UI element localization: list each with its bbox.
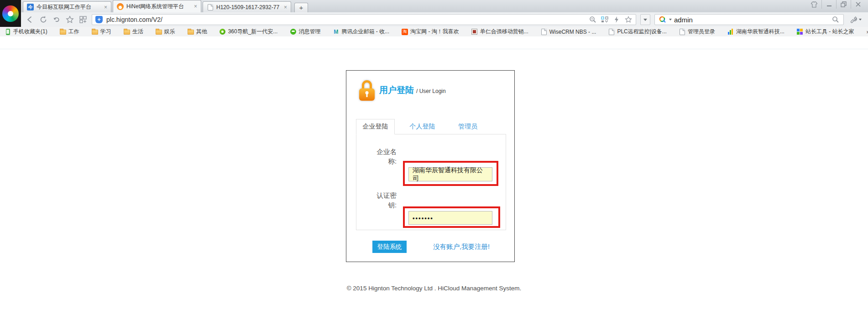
tab-strip: 今 今目标互联网工作平台 × HiNet网络系统管理平台 × H120-1509… <box>0 0 868 12</box>
collect-grid-icon[interactable] <box>78 15 88 24</box>
favorites-star-icon[interactable] <box>65 15 74 24</box>
photo-icon <box>471 29 478 35</box>
login-form: 企业名称: 湖南华辰智通科技有限公司 认证密钥: ••••••• <box>356 134 506 230</box>
auth-key-input[interactable]: ••••••• <box>408 211 492 225</box>
login-submit-button[interactable]: 登陆系统 <box>372 241 407 253</box>
bookmark-folder-fun[interactable]: 娱乐 <box>156 28 175 36</box>
browser-pinwheel-icon <box>2 5 19 22</box>
folder-icon <box>156 29 162 35</box>
bookmark-label: 单仁合强移动营销... <box>480 28 528 36</box>
web-page: 用户登陆 / User Login 企业登陆 个人登陆 管理员 企业名称: 湖南… <box>0 36 868 309</box>
zoom-out-icon[interactable] <box>589 15 597 24</box>
bookmark-label: 娱乐 <box>164 28 175 36</box>
bookmark-label: 站长工具 - 站长之家 <box>805 28 854 36</box>
taobao-icon: 淘 <box>402 29 408 35</box>
folder-icon <box>60 29 66 35</box>
blank-page-favicon <box>207 4 214 10</box>
bookmark-label: 管理员登录 <box>688 28 715 36</box>
login-tabs: 企业登陆 个人登陆 管理员 <box>356 119 484 134</box>
address-bar[interactable]: plc.hignton.com/V2/ <box>92 14 636 25</box>
login-title: 用户登陆 / User Login <box>379 84 446 96</box>
tab-jinmubiao[interactable]: 今 今目标互联网工作平台 × <box>23 1 111 12</box>
lock-icon <box>359 80 375 102</box>
bookmark-folder-other[interactable]: 其他 <box>188 28 207 36</box>
site-security-shield-icon[interactable] <box>95 16 103 23</box>
bookmark-message-mgmt[interactable]: 消息管理 <box>290 28 320 36</box>
bookmark-label: PLC远程监控|设备... <box>617 28 666 36</box>
search-engine-icon[interactable] <box>659 15 667 24</box>
minimize-icon[interactable] <box>821 0 836 9</box>
new-tab-button[interactable]: + <box>294 3 308 12</box>
bookmark-label: 学习 <box>100 28 111 36</box>
refresh-icon[interactable] <box>39 15 48 24</box>
bookmark-mobile-favorites[interactable]: 手机收藏夹(1) <box>5 28 47 36</box>
browser-window: 今 今目标互联网工作平台 × HiNet网络系统管理平台 × H120-1509… <box>0 0 868 309</box>
restore-icon[interactable] <box>836 0 851 9</box>
bookmark-folder-study[interactable]: 学习 <box>92 28 111 36</box>
bookmark-shanren-marketing[interactable]: 单仁合强移动营销... <box>471 28 528 36</box>
back-icon[interactable] <box>26 15 35 24</box>
tab-title: 今目标互联网工作平台 <box>37 3 100 11</box>
login-title-en: / User Login <box>416 88 446 94</box>
company-name-input[interactable]: 湖南华辰智通科技有限公司 <box>408 167 492 181</box>
address-dropdown-button[interactable] <box>640 14 650 25</box>
login-panel: 用户登陆 / User Login 企业登陆 个人登陆 管理员 企业名称: 湖南… <box>346 70 515 262</box>
bookmark-webmaster-tools[interactable]: 站长工具 - 站长之家 <box>797 28 854 36</box>
bookmark-label: 湖南华辰智通科技... <box>736 28 784 36</box>
search-box[interactable]: admin <box>654 14 844 25</box>
qr-code-icon[interactable] <box>601 15 609 24</box>
bookmark-tencent-exmail[interactable]: M 腾讯企业邮箱 - 收... <box>333 28 389 36</box>
search-go-icon[interactable] <box>831 15 840 24</box>
hinet-favicon <box>117 3 124 10</box>
bookmark-huachen-tech[interactable]: 湖南华辰智通科技... <box>727 28 784 36</box>
tab-title: HiNet网络系统管理平台 <box>126 3 190 10</box>
register-link[interactable]: 没有账户,我要注册! <box>433 242 490 251</box>
bookmark-label: 手机收藏夹(1) <box>13 28 47 36</box>
grid-icon <box>797 29 803 35</box>
tab-close-icon[interactable]: × <box>283 4 288 10</box>
page-icon <box>679 29 685 35</box>
bookmark-admin-login[interactable]: 管理员登录 <box>679 28 715 36</box>
page-icon <box>608 29 615 35</box>
tab-hinet-active[interactable]: HiNet网络系统管理平台 × <box>113 0 201 12</box>
tab-admin-login[interactable]: 管理员 <box>452 119 484 134</box>
close-window-icon[interactable] <box>851 0 865 9</box>
browser-chrome: 今 今目标互联网工作平台 × HiNet网络系统管理平台 × H120-1509… <box>0 0 868 36</box>
folder-icon <box>124 29 130 35</box>
bookmark-star-icon[interactable] <box>624 15 633 24</box>
window-controls <box>807 0 865 9</box>
auth-key-label: 认证密钥: <box>374 191 397 210</box>
bookmarks-bar: 手机收藏夹(1) 工作 学习 生活 娱乐 其他 <box>0 27 868 36</box>
tab-enterprise-login[interactable]: 企业登陆 <box>356 119 395 134</box>
company-name-label: 企业名称: <box>374 147 397 166</box>
undo-icon[interactable] <box>52 15 61 24</box>
exmail-icon: M <box>333 29 339 35</box>
page-top-divider <box>0 49 868 49</box>
tab-title: H120-1509-1617-2932-77 <box>216 4 280 10</box>
bookmarks-overflow-chevron[interactable]: » <box>867 28 868 35</box>
bookmark-label: 腾讯企业邮箱 - 收... <box>341 28 389 36</box>
bookmark-label: 生活 <box>132 28 143 36</box>
tab-close-icon[interactable]: × <box>103 4 108 10</box>
url-text[interactable]: plc.hignton.com/V2/ <box>106 16 585 23</box>
theme-skin-icon[interactable] <box>807 0 821 9</box>
tab-personal-login[interactable]: 个人登陆 <box>403 119 442 134</box>
browser-logo-button[interactable] <box>0 0 21 27</box>
wrench-dropdown-icon <box>859 19 862 21</box>
settings-wrench-button[interactable] <box>848 16 863 24</box>
bookmark-wisecrm[interactable]: WiseCRM NBS - ... <box>541 29 596 35</box>
360-nav-icon <box>220 29 226 35</box>
toolbar: plc.hignton.com/V2/ <box>0 12 868 27</box>
search-input[interactable]: admin <box>674 16 829 24</box>
search-engine-dropdown-icon[interactable] <box>669 19 672 21</box>
tab-close-icon[interactable]: × <box>193 3 198 10</box>
tab-h120[interactable]: H120-1509-1617-2932-77 × <box>203 1 291 12</box>
bookmark-folder-work[interactable]: 工作 <box>60 28 79 36</box>
bookmark-360-nav[interactable]: 360导航_新一代安... <box>220 28 278 36</box>
bookmark-plc-monitor[interactable]: PLC远程监控|设备... <box>608 28 666 36</box>
folder-icon <box>188 29 194 35</box>
bookmark-folder-life[interactable]: 生活 <box>124 28 143 36</box>
lightning-turbo-icon[interactable] <box>612 15 621 24</box>
bookmark-label: 360导航_新一代安... <box>228 28 278 36</box>
bookmark-taobao[interactable]: 淘 淘宝网 - 淘！我喜欢 <box>402 28 459 36</box>
